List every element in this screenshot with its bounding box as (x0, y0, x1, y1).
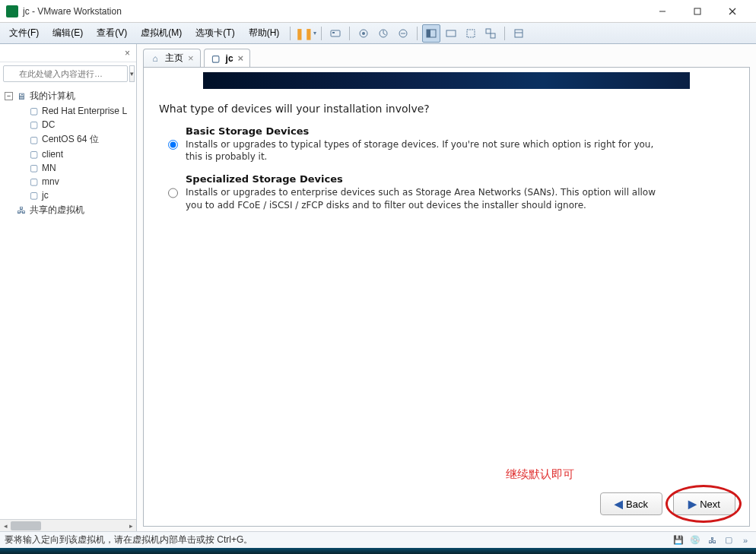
radio-basic[interactable] (168, 127, 178, 163)
menu-view[interactable]: 查看(V) (91, 24, 133, 42)
vm-icon: ▢ (28, 149, 39, 160)
window-title: jc - VMware Workstation (23, 6, 645, 17)
tree-item-rhel[interactable]: ▢Red Hat Enterprise L (14, 104, 135, 118)
menu-help[interactable]: 帮助(H) (243, 24, 286, 42)
vm-icon: ▢ (28, 135, 39, 145)
hint-text: 要将输入定向到该虚拟机，请在虚拟机内部单击或按 Ctrl+G。 (5, 533, 253, 546)
tab-close-icon[interactable]: × (188, 52, 194, 64)
svg-rect-16 (491, 33, 495, 38)
menu-vm[interactable]: 虚拟机(M) (135, 24, 188, 42)
content-area: ⌂ 主页 × ▢ jc × What type of devices will … (137, 44, 756, 531)
menu-tabs[interactable]: 选项卡(T) (189, 24, 240, 42)
status-display-icon[interactable]: ▢ (723, 534, 735, 546)
snapshot-icon[interactable] (354, 24, 373, 43)
installer-banner (203, 72, 690, 89)
arrow-right-icon: ▶ (688, 498, 697, 510)
computer-icon: 🖥 (16, 91, 27, 102)
back-label: Back (626, 499, 648, 510)
svg-rect-5 (332, 32, 335, 33)
tree-item-centos[interactable]: ▢CentOS 64 位 (14, 131, 135, 147)
arrow-left-icon: ◀ (615, 498, 623, 510)
option-specialized-desc: Installs or upgrades to enterprise devic… (186, 186, 657, 211)
tree-root-mycomputer[interactable]: − 🖥 我的计算机 (2, 88, 135, 104)
status-disk-icon[interactable]: 💾 (672, 534, 685, 546)
close-button[interactable] (715, 1, 750, 22)
tab-jc[interactable]: ▢ jc × (204, 49, 251, 67)
vm-icon: ▢ (28, 190, 39, 201)
tab-close-icon[interactable]: × (238, 52, 244, 64)
tree-item-dc[interactable]: ▢DC (14, 118, 135, 131)
menubar: 文件(F) 编辑(E) 查看(V) 虚拟机(M) 选项卡(T) 帮助(H) ❚❚… (0, 23, 756, 44)
svg-rect-15 (486, 29, 491, 33)
minimize-button[interactable] (645, 1, 680, 22)
library-tree: − 🖥 我的计算机 ▢Red Hat Enterprise L ▢DC ▢Cen… (0, 85, 136, 519)
tab-label: jc (226, 53, 233, 64)
next-label: Next (700, 499, 720, 510)
annotation-text: 继续默认即可 (506, 467, 574, 482)
collapse-icon[interactable]: − (5, 92, 13, 100)
back-button[interactable]: ◀ Back (600, 492, 662, 515)
tree-item-client[interactable]: ▢client (14, 147, 135, 161)
option-specialized-title: Specialized Storage Devices (186, 173, 657, 185)
power-dropdown[interactable]: ▾ (313, 30, 316, 36)
radio-specialized[interactable] (168, 175, 178, 211)
option-basic[interactable]: Basic Storage Devices Installs or upgrad… (159, 125, 734, 163)
status-cd-icon[interactable]: 💿 (689, 534, 701, 546)
titlebar: jc - VMware Workstation (0, 0, 756, 23)
vm-icon: ▢ (211, 53, 221, 64)
sidebar: × 🔍 ▾ − 🖥 我的计算机 ▢Red Hat Enterprise L ▢D… (0, 44, 137, 531)
option-basic-title: Basic Storage Devices (186, 125, 657, 137)
revert-snapshot-icon[interactable] (374, 24, 392, 43)
tree-item-jc[interactable]: ▢jc (14, 188, 135, 202)
send-keys-icon[interactable] (326, 24, 345, 43)
status-bar: 要将输入定向到该虚拟机，请在虚拟机内部单击或按 Ctrl+G。 💾 💿 🖧 ▢ … (0, 531, 756, 548)
maximize-button[interactable] (680, 1, 715, 22)
view-console-icon[interactable] (422, 24, 440, 43)
library-icon[interactable] (510, 24, 528, 43)
vm-icon: ▢ (28, 119, 39, 130)
svg-rect-17 (515, 30, 523, 37)
unity-icon[interactable] (481, 24, 500, 43)
tab-label: 主页 (165, 52, 183, 65)
vm-icon: ▢ (28, 163, 39, 173)
menu-edit[interactable]: 编辑(E) (46, 24, 89, 42)
tree-shared-vms[interactable]: 🖧 共享的虚拟机 (2, 202, 135, 218)
shared-icon: 🖧 (16, 205, 27, 216)
sidebar-hscrollbar[interactable]: ◂▸ (0, 519, 136, 531)
installer-question: What type of devices will your installat… (159, 103, 734, 115)
svg-rect-14 (467, 30, 475, 37)
status-network-icon[interactable]: 🖧 (706, 534, 718, 546)
svg-rect-12 (427, 30, 430, 37)
status-more-icon[interactable]: » (739, 534, 751, 546)
home-icon: ⌂ (150, 53, 160, 64)
taskbar-strip (0, 548, 756, 554)
app-icon (6, 5, 18, 17)
guest-display[interactable]: What type of devices will your installat… (143, 67, 750, 527)
search-dropdown[interactable]: ▾ (129, 65, 135, 82)
vm-icon: ▢ (28, 106, 39, 116)
next-button[interactable]: ▶ Next (673, 492, 735, 515)
svg-rect-4 (331, 30, 340, 36)
search-input[interactable] (3, 65, 128, 82)
tab-strip: ⌂ 主页 × ▢ jc × (137, 44, 756, 67)
svg-rect-1 (694, 8, 700, 14)
tab-home[interactable]: ⌂ 主页 × (143, 49, 201, 67)
menu-file[interactable]: 文件(F) (3, 24, 45, 42)
vm-icon: ▢ (28, 176, 39, 187)
svg-rect-13 (446, 30, 456, 36)
fullscreen-icon[interactable] (462, 24, 480, 43)
sidebar-close-icon[interactable]: × (122, 46, 133, 60)
view-thumbnail-icon[interactable] (442, 24, 460, 43)
pause-icon[interactable]: ❚❚ (295, 24, 313, 43)
option-basic-desc: Installs or upgrades to typical types of… (186, 138, 657, 163)
tree-item-mn[interactable]: ▢MN (14, 161, 135, 175)
tree-item-mnv[interactable]: ▢mnv (14, 175, 135, 188)
option-specialized[interactable]: Specialized Storage Devices Installs or … (159, 173, 734, 211)
svg-point-7 (362, 32, 365, 35)
snapshot-manager-icon[interactable] (394, 24, 412, 43)
